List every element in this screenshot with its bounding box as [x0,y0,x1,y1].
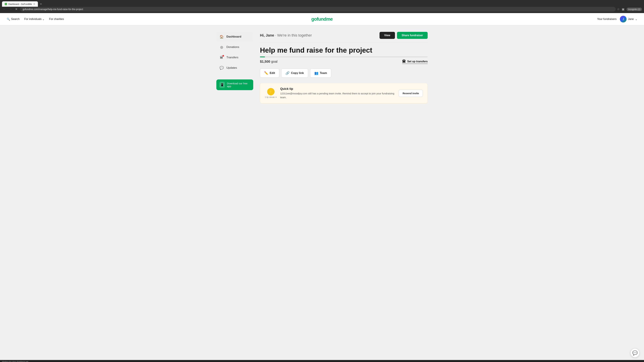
action-buttons-row: ✏️ Edit 🔗 Copy link 👥 Team [260,68,428,78]
status-bar: Waiting for ping.chartbeat.net... [0,360,644,362]
tab-close-button[interactable]: ✕ [33,3,35,5]
forward-button[interactable]: → [8,7,13,12]
greeting-name: Hi, Jane [260,33,274,37]
sidebar-label-updates: Updates [226,66,237,69]
site-header: 🔍 Search For individuals ⌄ For charities… [0,13,644,25]
sidebar-item-dashboard[interactable]: 🏠 Dashboard [216,32,253,41]
chevron-down-icon: ⌄ [42,17,44,21]
sidebar-bottom: 📱 Download our free app [216,79,253,90]
browser-toolbar: ← → ✕ gofundme.com/manage/help-me-fund-r… [2,7,642,12]
greeting-area: Hi, Jane · We're in this together [260,33,312,37]
copy-icon: 🔗 [286,71,290,75]
your-fundraisers-link[interactable]: Your fundraisers [597,17,616,21]
updates-icon: 💬 [219,65,224,70]
sidebar-label-dashboard: Dashboard [226,35,241,38]
transfers-badge [222,55,224,57]
team-label: Team [320,71,327,75]
download-app-label: Download our free app [227,82,250,88]
copy-link-label: Copy link [291,71,304,75]
chat-button[interactable]: 💬 [630,349,639,357]
page-wrapper: 🔍 Search For individuals ⌄ For charities… [0,13,644,360]
goal-row: $1,500 goal 🏛 Set up transfers [260,59,428,64]
tab-favicon [5,3,7,5]
for-individuals-menu[interactable]: For individuals ⌄ [24,17,44,21]
new-tab-button[interactable]: + [38,1,44,7]
transfers-icon-wrap: 🏛 [219,55,224,60]
team-icon: 👥 [314,71,318,75]
tab-bar: Dashboard - GoFundMe ✕ + [2,1,642,7]
browser-right-icons: ☆ ▣ Incognito (2) [617,7,642,11]
browser-chrome: Dashboard - GoFundMe ✕ + ← → ✕ gofundme.… [0,0,644,13]
address-bar[interactable]: gofundme.com/manage/help-me-fund-raise-f… [20,7,616,11]
team-button[interactable]: 👥 Team [310,68,331,78]
search-icon: 🔍 [7,17,10,21]
main-layout: 🏠 Dashboard ◎ Donations 🏛 Transfers 💬 Up… [213,25,431,110]
search-button[interactable]: 🔍 Search [7,17,20,21]
greeting-subtitle: · [275,33,277,37]
progress-bar [260,56,428,57]
header-action-buttons: View Share fundraiser [380,32,428,39]
chat-icon: 💬 [632,351,638,356]
url-display: gofundme.com/manage/help-me-fund-raise-f… [23,8,83,10]
dashboard-header: Hi, Jane · We're in this together View S… [260,32,428,42]
sidebar-icon[interactable]: ▣ [622,7,624,11]
for-individuals-label: For individuals [24,17,42,21]
set-up-transfers-link[interactable]: 🏛 Set up transfers [402,59,428,64]
quick-tip-icon-area: ⚡ 1 tip streak ✦ [265,88,277,98]
share-fundraiser-button[interactable]: Share fundraiser [397,32,428,39]
sidebar-label-donations: Donations [226,45,239,49]
progress-bar-fill [260,56,265,57]
edit-label: Edit [270,71,275,75]
goal-label-text: goal [271,60,278,63]
copy-link-button[interactable]: 🔗 Copy link [281,68,308,78]
sidebar-item-updates[interactable]: 💬 Updates [216,63,253,73]
site-logo[interactable]: gofundme [311,16,332,22]
goal-text: $1,500 goal [260,60,278,63]
home-icon: 🏠 [219,34,224,39]
incognito-badge: Incognito (2) [626,7,642,11]
sidebar-item-transfers[interactable]: 🏛 Transfers [216,53,253,62]
quick-tip-text: 12311ee@moodjoy.com still has a pending … [280,92,396,99]
reload-button[interactable]: ✕ [14,7,18,12]
search-label: Search [11,17,20,21]
quick-tip-title: Quick tip [280,87,396,91]
header-right: Your fundraisers J Jane ⌄ [597,16,637,22]
sidebar-label-transfers: Transfers [226,56,238,59]
bookmark-icon[interactable]: ☆ [617,7,620,11]
sidebar-item-donations[interactable]: ◎ Donations [216,42,253,52]
app-store-icon: 📱 [219,82,225,88]
main-content: Hi, Jane · We're in this together View S… [253,32,428,103]
quick-tip-content: Quick tip 12311ee@moodjoy.com still has … [280,87,396,99]
logo-text: gofundme [311,16,332,22]
bank-icon: 🏛 [402,59,406,64]
fundraiser-title: Help me fund raise for the project [260,46,428,54]
view-button[interactable]: View [380,32,395,39]
tip-streak: 1 tip streak ✦ [265,96,277,98]
status-text: Waiting for ping.chartbeat.net... [2,361,30,362]
back-button[interactable]: ← [2,7,7,12]
avatar: J [620,16,626,22]
browser-nav-buttons: ← → ✕ [2,7,18,12]
for-charities-link[interactable]: For charities [49,17,64,21]
sidebar: 🏠 Dashboard ◎ Donations 🏛 Transfers 💬 Up… [216,32,253,103]
tab-title: Dashboard - GoFundMe [8,3,32,5]
edit-button[interactable]: ✏️ Edit [260,68,279,78]
for-charities-label: For charities [49,17,64,21]
edit-icon: ✏️ [264,71,268,75]
header-left: 🔍 Search For individuals ⌄ For charities [7,17,64,21]
download-app-button[interactable]: 📱 Download our free app [216,79,253,90]
active-tab[interactable]: Dashboard - GoFundMe ✕ [2,1,38,7]
user-menu[interactable]: J Jane ⌄ [620,16,637,22]
donations-icon: ◎ [219,44,224,50]
goal-amount: $1,500 [260,60,270,63]
quick-tip-card: ⚡ 1 tip streak ✦ Quick tip 12311ee@moodj… [260,83,428,103]
resend-invite-button[interactable]: Resend invite [399,90,423,97]
user-name-label: Jane [628,17,634,21]
user-menu-chevron-icon: ⌄ [635,17,637,21]
tip-streak-text: 1 tip streak [265,96,275,98]
lightning-icon: ⚡ [267,88,274,95]
set-up-transfers-label: Set up transfers [407,60,428,63]
greeting-message: We're in this together [277,33,312,37]
streak-star-icon: ✦ [275,96,277,98]
